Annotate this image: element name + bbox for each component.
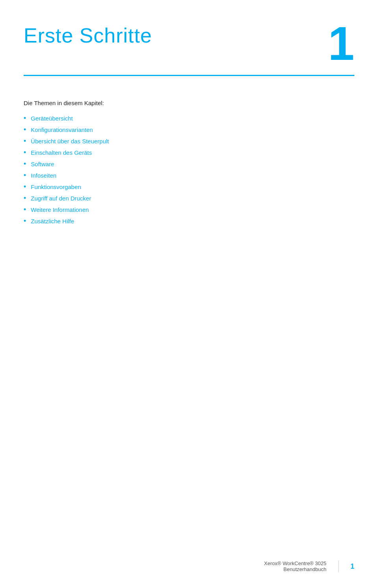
toc-link-konfigurationsvarianten[interactable]: Konfigurationsvarianten [31,126,93,133]
footer-brand-line1: Xerox® WorkCentre® 3025 [264,560,326,566]
list-item[interactable]: Zusätzliche Hilfe [24,217,354,225]
footer: Xerox® WorkCentre® 3025 Benutzerhandbuch… [264,560,354,572]
toc-link-software[interactable]: Software [31,161,54,167]
chapter-number: 1 [328,20,354,67]
chapter-title: Erste Schritte [24,24,152,47]
intro-text: Die Themen in diesem Kapitel: [24,100,354,106]
list-item[interactable]: Infoseiten [24,171,354,180]
toc-link-gerateubersicht[interactable]: Geräteübersicht [31,115,73,122]
footer-page-number: 1 [350,562,354,571]
footer-divider [338,560,339,572]
toc-link-zugriff[interactable]: Zugriff auf den Drucker [31,195,91,202]
page-container: Erste Schritte 1 Die Themen in diesem Ka… [0,0,378,588]
list-item[interactable]: Weitere Informationen [24,206,354,214]
list-item[interactable]: Geräteübersicht [24,114,354,122]
list-item[interactable]: Einschalten des Geräts [24,148,354,157]
toc-link-steuerpult[interactable]: Übersicht über das Steuerpult [31,138,109,145]
footer-brand: Xerox® WorkCentre® 3025 Benutzerhandbuch [264,560,326,572]
list-item[interactable]: Konfigurationsvarianten [24,126,354,134]
toc-link-weitere-informationen[interactable]: Weitere Informationen [31,206,89,213]
list-item[interactable]: Zugriff auf den Drucker [24,194,354,202]
header-section: Erste Schritte 1 [24,24,354,76]
toc-link-infoseiten[interactable]: Infoseiten [31,172,56,179]
toc-link-einschalten[interactable]: Einschalten des Geräts [31,149,92,156]
toc-link-zusatzliche-hilfe[interactable]: Zusätzliche Hilfe [31,218,74,224]
list-item[interactable]: Übersicht über das Steuerpult [24,137,354,145]
toc-link-funktionsvorgaben[interactable]: Funktionsvorgaben [31,184,81,190]
footer-brand-line2: Benutzerhandbuch [264,566,326,572]
toc-list: Geräteübersicht Konfigurationsvarianten … [24,114,354,225]
list-item[interactable]: Funktionsvorgaben [24,183,354,191]
list-item[interactable]: Software [24,160,354,168]
